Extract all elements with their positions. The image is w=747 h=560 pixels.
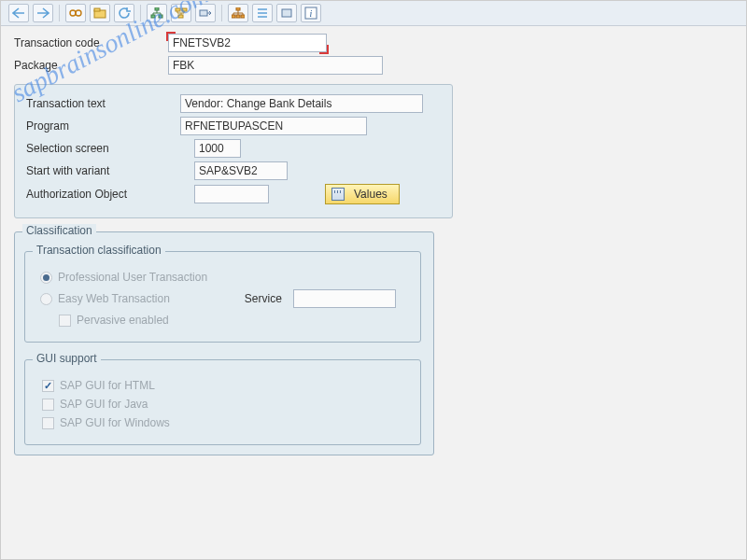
folder-icon[interactable] bbox=[90, 4, 110, 22]
classification-group: Classification Transaction classificatio… bbox=[14, 231, 434, 455]
tcode-label: Transaction code bbox=[14, 36, 168, 49]
object-icon[interactable] bbox=[276, 4, 297, 22]
program-input[interactable] bbox=[180, 117, 367, 135]
svg-rect-13 bbox=[236, 15, 240, 18]
text-label: Transaction text bbox=[26, 97, 180, 110]
gui-java-label: SAP GUI for Java bbox=[60, 398, 148, 411]
svg-rect-3 bbox=[94, 8, 100, 11]
separator bbox=[140, 5, 141, 21]
svg-point-1 bbox=[76, 10, 81, 16]
gui-html-check bbox=[42, 380, 54, 392]
svg-rect-4 bbox=[155, 7, 159, 10]
service-input bbox=[293, 289, 396, 308]
svg-rect-8 bbox=[182, 8, 187, 11]
service-label: Service bbox=[245, 292, 282, 305]
glasses-icon[interactable] bbox=[65, 4, 86, 22]
easy-radio bbox=[40, 293, 52, 305]
svg-rect-7 bbox=[176, 8, 180, 11]
svg-text:i: i bbox=[310, 8, 313, 19]
pervasive-check bbox=[59, 315, 71, 327]
classification-legend: Classification bbox=[22, 224, 96, 237]
svg-rect-9 bbox=[178, 15, 183, 18]
gui-win-label: SAP GUI for Windows bbox=[60, 416, 170, 429]
gui-support-group: GUI support SAP GUI for HTML SAP GUI for… bbox=[24, 359, 421, 445]
variant-label: Start with variant bbox=[26, 164, 194, 177]
svg-rect-12 bbox=[232, 15, 235, 18]
svg-rect-11 bbox=[236, 7, 240, 10]
svg-rect-5 bbox=[151, 15, 155, 18]
easy-label: Easy Web Transaction bbox=[58, 292, 170, 305]
svg-rect-15 bbox=[282, 9, 291, 17]
gui-legend: GUI support bbox=[33, 352, 101, 365]
authobj-label: Authorization Object bbox=[26, 188, 194, 201]
separator bbox=[221, 5, 222, 21]
align-icon[interactable] bbox=[252, 4, 273, 22]
detail-panel: Transaction text Program Selection scree… bbox=[14, 84, 453, 218]
tcode-input[interactable] bbox=[168, 34, 327, 52]
pervasive-label: Pervasive enabled bbox=[77, 314, 169, 327]
prof-label: Professional User Transaction bbox=[58, 271, 207, 284]
package-input[interactable] bbox=[168, 56, 383, 75]
tx-classification-group: Transaction classification Professional … bbox=[24, 251, 421, 343]
transport-icon[interactable] bbox=[195, 4, 216, 22]
authobj-input[interactable] bbox=[194, 185, 269, 203]
tx-classification-legend: Transaction classification bbox=[33, 244, 165, 257]
variant-input[interactable] bbox=[194, 161, 288, 180]
tree-icon[interactable] bbox=[228, 4, 248, 22]
values-label: Values bbox=[354, 188, 388, 201]
svg-rect-6 bbox=[159, 15, 162, 18]
package-label: Package bbox=[14, 59, 168, 72]
back-icon[interactable] bbox=[8, 4, 29, 22]
svg-point-0 bbox=[70, 10, 76, 16]
separator bbox=[59, 5, 60, 21]
hierarchy-icon[interactable] bbox=[147, 4, 167, 22]
where-used-icon[interactable] bbox=[171, 4, 191, 22]
values-button[interactable]: Values bbox=[325, 184, 400, 204]
toolbar: i bbox=[1, 1, 746, 26]
grid-icon bbox=[331, 188, 345, 201]
svg-rect-14 bbox=[241, 15, 245, 18]
forward-icon[interactable] bbox=[33, 4, 53, 22]
info-icon[interactable]: i bbox=[301, 4, 321, 22]
program-label: Program bbox=[26, 119, 180, 133]
text-input[interactable] bbox=[180, 94, 423, 113]
refresh-icon[interactable] bbox=[114, 4, 134, 22]
gui-java-check bbox=[42, 399, 54, 411]
gui-win-check bbox=[42, 417, 54, 429]
prof-radio bbox=[40, 272, 52, 284]
selscreen-label: Selection screen bbox=[26, 142, 194, 155]
gui-html-label: SAP GUI for HTML bbox=[60, 379, 155, 392]
selscreen-input[interactable] bbox=[194, 139, 241, 158]
svg-rect-10 bbox=[200, 10, 207, 16]
